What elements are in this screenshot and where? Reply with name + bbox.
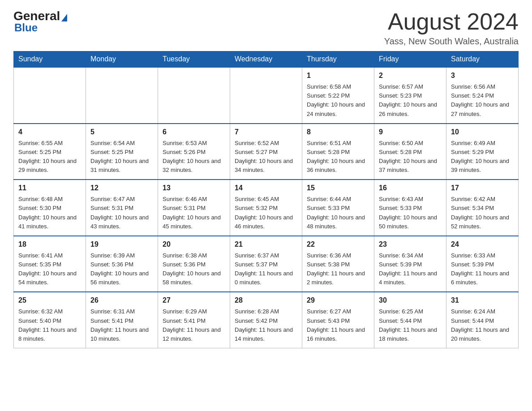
day-info: Sunrise: 6:58 AMSunset: 5:22 PMDaylight:… [307, 82, 369, 119]
day-number: 17 [451, 183, 514, 193]
calendar-week-row: 4Sunrise: 6:55 AMSunset: 5:25 PMDaylight… [14, 124, 519, 180]
day-number: 8 [307, 127, 369, 137]
day-number: 5 [90, 127, 153, 137]
day-info: Sunrise: 6:29 AMSunset: 5:41 PMDaylight:… [163, 307, 225, 343]
calendar-week-row: 1Sunrise: 6:58 AMSunset: 5:22 PMDaylight… [14, 67, 519, 124]
day-info: Sunrise: 6:39 AMSunset: 5:36 PMDaylight:… [90, 251, 153, 287]
calendar-day-cell: 4Sunrise: 6:55 AMSunset: 5:25 PMDaylight… [14, 124, 86, 180]
logo: General Blue [13, 9, 69, 34]
day-info: Sunrise: 6:33 AMSunset: 5:39 PMDaylight:… [451, 251, 514, 287]
calendar-header-sunday: Sunday [14, 51, 86, 68]
calendar-day-cell: 20Sunrise: 6:38 AMSunset: 5:36 PMDayligh… [158, 236, 230, 292]
calendar-day-cell [86, 67, 158, 124]
calendar-day-cell: 22Sunrise: 6:36 AMSunset: 5:38 PMDayligh… [302, 236, 374, 292]
calendar-day-cell: 7Sunrise: 6:52 AMSunset: 5:27 PMDaylight… [230, 124, 302, 180]
day-number: 14 [235, 183, 297, 193]
calendar-header-thursday: Thursday [302, 51, 374, 68]
day-info: Sunrise: 6:51 AMSunset: 5:28 PMDaylight:… [307, 139, 369, 175]
day-number: 25 [18, 295, 81, 306]
day-number: 10 [451, 127, 514, 137]
day-info: Sunrise: 6:56 AMSunset: 5:24 PMDaylight:… [451, 82, 514, 119]
day-info: Sunrise: 6:54 AMSunset: 5:25 PMDaylight:… [90, 139, 153, 175]
page-header: General Blue August 2024 Yass, New South… [13, 9, 519, 47]
day-info: Sunrise: 6:55 AMSunset: 5:25 PMDaylight:… [18, 139, 81, 175]
location-text: Yass, New South Wales, Australia [384, 36, 519, 47]
calendar-day-cell: 10Sunrise: 6:49 AMSunset: 5:29 PMDayligh… [446, 124, 519, 180]
calendar-day-cell: 29Sunrise: 6:27 AMSunset: 5:43 PMDayligh… [302, 292, 374, 348]
calendar-week-row: 11Sunrise: 6:48 AMSunset: 5:30 PMDayligh… [14, 180, 519, 236]
day-info: Sunrise: 6:34 AMSunset: 5:39 PMDaylight:… [379, 251, 442, 287]
calendar-day-cell: 30Sunrise: 6:25 AMSunset: 5:44 PMDayligh… [374, 292, 446, 348]
day-info: Sunrise: 6:48 AMSunset: 5:30 PMDaylight:… [18, 195, 81, 231]
calendar-day-cell: 19Sunrise: 6:39 AMSunset: 5:36 PMDayligh… [86, 236, 158, 292]
calendar-table: SundayMondayTuesdayWednesdayThursdayFrid… [13, 51, 519, 348]
day-number: 2 [379, 70, 442, 81]
day-info: Sunrise: 6:32 AMSunset: 5:40 PMDaylight:… [18, 307, 81, 343]
calendar-day-cell [230, 67, 302, 124]
calendar-header-wednesday: Wednesday [230, 51, 302, 68]
calendar-header-tuesday: Tuesday [158, 51, 230, 68]
day-number: 9 [379, 127, 442, 137]
day-number: 31 [451, 295, 514, 306]
day-info: Sunrise: 6:37 AMSunset: 5:37 PMDaylight:… [235, 251, 297, 287]
day-info: Sunrise: 6:57 AMSunset: 5:23 PMDaylight:… [379, 82, 442, 119]
calendar-day-cell: 17Sunrise: 6:42 AMSunset: 5:34 PMDayligh… [446, 180, 519, 236]
day-number: 3 [451, 70, 514, 81]
calendar-day-cell: 5Sunrise: 6:54 AMSunset: 5:25 PMDaylight… [86, 124, 158, 180]
calendar-day-cell: 11Sunrise: 6:48 AMSunset: 5:30 PMDayligh… [14, 180, 86, 236]
day-info: Sunrise: 6:41 AMSunset: 5:35 PMDaylight:… [18, 251, 81, 287]
day-info: Sunrise: 6:42 AMSunset: 5:34 PMDaylight:… [451, 195, 514, 231]
calendar-header-row: SundayMondayTuesdayWednesdayThursdayFrid… [14, 51, 519, 68]
day-number: 15 [307, 183, 369, 193]
day-info: Sunrise: 6:49 AMSunset: 5:29 PMDaylight:… [451, 139, 514, 175]
day-number: 13 [163, 183, 225, 193]
calendar-day-cell: 25Sunrise: 6:32 AMSunset: 5:40 PMDayligh… [14, 292, 86, 348]
logo-blue-text: Blue [13, 21, 69, 34]
calendar-header-monday: Monday [86, 51, 158, 68]
calendar-day-cell: 15Sunrise: 6:44 AMSunset: 5:33 PMDayligh… [302, 180, 374, 236]
day-number: 12 [90, 183, 153, 193]
day-info: Sunrise: 6:50 AMSunset: 5:28 PMDaylight:… [379, 139, 442, 175]
calendar-day-cell: 21Sunrise: 6:37 AMSunset: 5:37 PMDayligh… [230, 236, 302, 292]
calendar-week-row: 18Sunrise: 6:41 AMSunset: 5:35 PMDayligh… [14, 236, 519, 292]
day-info: Sunrise: 6:43 AMSunset: 5:33 PMDaylight:… [379, 195, 442, 231]
day-info: Sunrise: 6:31 AMSunset: 5:41 PMDaylight:… [90, 307, 153, 343]
day-number: 30 [379, 295, 442, 306]
month-title: August 2024 [384, 9, 519, 34]
calendar-day-cell [14, 67, 86, 124]
day-info: Sunrise: 6:44 AMSunset: 5:33 PMDaylight:… [307, 195, 369, 231]
day-number: 21 [235, 239, 297, 250]
day-number: 6 [163, 127, 225, 137]
day-number: 24 [451, 239, 514, 250]
calendar-day-cell: 16Sunrise: 6:43 AMSunset: 5:33 PMDayligh… [374, 180, 446, 236]
day-number: 11 [18, 183, 81, 193]
calendar-day-cell: 18Sunrise: 6:41 AMSunset: 5:35 PMDayligh… [14, 236, 86, 292]
day-info: Sunrise: 6:24 AMSunset: 5:44 PMDaylight:… [451, 307, 514, 343]
day-info: Sunrise: 6:46 AMSunset: 5:31 PMDaylight:… [163, 195, 225, 231]
day-info: Sunrise: 6:52 AMSunset: 5:27 PMDaylight:… [235, 139, 297, 175]
day-info: Sunrise: 6:38 AMSunset: 5:36 PMDaylight:… [163, 251, 225, 287]
calendar-day-cell: 23Sunrise: 6:34 AMSunset: 5:39 PMDayligh… [374, 236, 446, 292]
day-info: Sunrise: 6:47 AMSunset: 5:31 PMDaylight:… [90, 195, 153, 231]
calendar-day-cell: 12Sunrise: 6:47 AMSunset: 5:31 PMDayligh… [86, 180, 158, 236]
day-number: 1 [307, 70, 369, 81]
calendar-day-cell: 3Sunrise: 6:56 AMSunset: 5:24 PMDaylight… [446, 67, 519, 124]
calendar-day-cell: 1Sunrise: 6:58 AMSunset: 5:22 PMDaylight… [302, 67, 374, 124]
calendar-day-cell: 13Sunrise: 6:46 AMSunset: 5:31 PMDayligh… [158, 180, 230, 236]
calendar-day-cell: 28Sunrise: 6:28 AMSunset: 5:42 PMDayligh… [230, 292, 302, 348]
title-area: August 2024 Yass, New South Wales, Austr… [384, 9, 519, 47]
day-number: 28 [235, 295, 297, 306]
calendar-day-cell: 6Sunrise: 6:53 AMSunset: 5:26 PMDaylight… [158, 124, 230, 180]
day-number: 29 [307, 295, 369, 306]
day-info: Sunrise: 6:45 AMSunset: 5:32 PMDaylight:… [235, 195, 297, 231]
day-number: 19 [90, 239, 153, 250]
calendar-day-cell: 9Sunrise: 6:50 AMSunset: 5:28 PMDaylight… [374, 124, 446, 180]
day-info: Sunrise: 6:25 AMSunset: 5:44 PMDaylight:… [379, 307, 442, 343]
day-number: 26 [90, 295, 153, 306]
day-info: Sunrise: 6:53 AMSunset: 5:26 PMDaylight:… [163, 139, 225, 175]
calendar-day-cell: 27Sunrise: 6:29 AMSunset: 5:41 PMDayligh… [158, 292, 230, 348]
calendar-day-cell: 2Sunrise: 6:57 AMSunset: 5:23 PMDaylight… [374, 67, 446, 124]
calendar-header-saturday: Saturday [446, 51, 519, 68]
day-info: Sunrise: 6:27 AMSunset: 5:43 PMDaylight:… [307, 307, 369, 343]
day-info: Sunrise: 6:36 AMSunset: 5:38 PMDaylight:… [307, 251, 369, 287]
